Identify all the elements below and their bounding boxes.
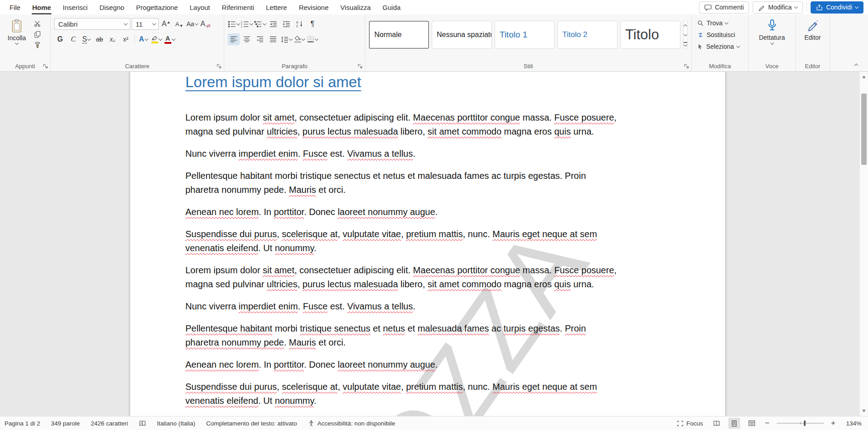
styles-dialog-launcher[interactable] bbox=[683, 63, 689, 69]
tab-revisione[interactable]: Revisione bbox=[293, 0, 335, 14]
text-run: . bbox=[560, 323, 565, 333]
editing-mode-button[interactable]: Modifica bbox=[753, 1, 803, 14]
document-title[interactable]: Lorem ispum dolor si amet bbox=[185, 74, 672, 91]
sort-button[interactable]: AZ bbox=[293, 18, 305, 30]
tab-lettere[interactable]: Lettere bbox=[260, 0, 293, 14]
shading-button[interactable] bbox=[293, 33, 305, 45]
style-titolo-1[interactable]: Titolo 1 bbox=[495, 21, 555, 49]
align-left-button[interactable] bbox=[228, 33, 240, 45]
tab-inserisci[interactable]: Inserisci bbox=[57, 0, 94, 14]
word-count[interactable]: 349 parole bbox=[51, 420, 80, 427]
accessibility-indicator[interactable]: Accessibilità: non disponibile bbox=[308, 420, 395, 427]
paragraph[interactable]: Nunc viverra imperdiet enim. Fusce est. … bbox=[185, 147, 672, 161]
character-count[interactable]: 2426 caratteri bbox=[91, 420, 128, 427]
clear-formatting-button[interactable]: A bbox=[199, 18, 211, 30]
text-completion-indicator[interactable]: Completamento del testo: attivato bbox=[206, 420, 297, 427]
text-run: et orci. bbox=[316, 337, 346, 347]
style-titolo[interactable]: Titolo bbox=[620, 21, 680, 49]
proofing-status-button[interactable] bbox=[139, 420, 146, 427]
font-name-combo[interactable]: Calibri bbox=[54, 18, 130, 30]
focus-button[interactable]: Focus bbox=[677, 420, 703, 427]
multilevel-list-button[interactable] bbox=[254, 18, 266, 30]
zoom-in-button[interactable]: + bbox=[830, 419, 837, 428]
scrollbar-thumb[interactable] bbox=[861, 93, 867, 165]
language-indicator[interactable]: Italiano (Italia) bbox=[157, 420, 195, 427]
web-layout-button[interactable] bbox=[746, 418, 758, 429]
editor-button[interactable]: Editor bbox=[799, 18, 826, 41]
tab-visualizza[interactable]: Visualizza bbox=[335, 0, 377, 14]
dictate-button[interactable]: Dettatura bbox=[752, 18, 792, 44]
paragraph[interactable]: Pellentesque habitant morbi tristique se… bbox=[185, 169, 672, 197]
share-button[interactable]: Condividi bbox=[811, 1, 863, 14]
font-size-combo[interactable]: 11 bbox=[132, 18, 159, 30]
paragraph[interactable]: Nunc viverra imperdiet enim. Fusce est. … bbox=[185, 299, 672, 313]
print-layout-button[interactable] bbox=[728, 418, 740, 429]
style-nessuna-spaziatura[interactable]: Nessuna spaziatura bbox=[432, 21, 492, 49]
find-button[interactable]: Trova bbox=[695, 17, 730, 29]
style-gallery-up-button[interactable] bbox=[684, 21, 687, 30]
decrease-indent-button[interactable] bbox=[267, 18, 279, 30]
align-center-button[interactable] bbox=[241, 33, 253, 45]
paragraph[interactable]: Suspendisse dui purus, scelerisque at, v… bbox=[185, 380, 672, 408]
style-gallery-down-button[interactable] bbox=[684, 30, 687, 39]
borders-button[interactable] bbox=[307, 33, 318, 45]
underline-button[interactable]: S bbox=[80, 33, 92, 45]
tab-progettazione[interactable]: Progettazione bbox=[130, 0, 184, 14]
format-painter-button[interactable] bbox=[32, 41, 42, 50]
superscript-button[interactable]: x² bbox=[120, 33, 132, 45]
tab-disegno[interactable]: Disegno bbox=[94, 0, 130, 14]
replace-button[interactable]: Sostituisci bbox=[695, 29, 737, 41]
paragraph[interactable]: Pellentesque habitant morbi tristique se… bbox=[185, 322, 672, 350]
change-case-button[interactable]: Aa bbox=[186, 18, 198, 30]
clipboard-dialog-launcher[interactable] bbox=[42, 63, 48, 69]
zoom-level[interactable]: 134% bbox=[843, 420, 862, 427]
paste-button[interactable]: Incolla bbox=[4, 18, 30, 61]
read-mode-button[interactable] bbox=[711, 418, 722, 429]
zoom-slider-thumb[interactable] bbox=[804, 421, 806, 426]
select-button[interactable]: Seleziona bbox=[695, 41, 741, 52]
show-formatting-marks-button[interactable]: ¶ bbox=[307, 18, 318, 30]
vertical-scrollbar[interactable] bbox=[859, 72, 868, 416]
tab-layout[interactable]: Layout bbox=[184, 0, 216, 14]
scroll-down-button[interactable] bbox=[860, 407, 868, 415]
style-normale[interactable]: Normale bbox=[369, 21, 429, 49]
numbering-button[interactable]: 123 bbox=[241, 18, 253, 30]
highlight-color-button[interactable] bbox=[151, 33, 162, 45]
page-indicator[interactable]: Pagina 1 di 2 bbox=[5, 420, 40, 427]
document-page[interactable]: BOZZA Lorem ispum dolor si amet Lorem ip… bbox=[130, 72, 725, 416]
italic-button[interactable]: C bbox=[67, 33, 79, 45]
font-color-button[interactable]: A bbox=[164, 33, 175, 45]
style-gallery-more-button[interactable] bbox=[684, 39, 687, 48]
style-titolo-2[interactable]: Titolo 2 bbox=[557, 21, 618, 49]
subscript-button[interactable]: x₂ bbox=[107, 33, 118, 45]
strikethrough-button[interactable]: ab bbox=[94, 33, 105, 45]
comments-button[interactable]: Commenti bbox=[699, 1, 749, 14]
paragraph[interactable]: Aenean nec lorem. In porttitor. Donec la… bbox=[185, 205, 672, 219]
text-effects-button[interactable]: A bbox=[137, 33, 149, 45]
collapse-ribbon-button[interactable] bbox=[851, 61, 862, 69]
paragraph-dialog-launcher[interactable] bbox=[357, 63, 363, 69]
paragraph[interactable]: Lorem ipsum dolor sit amet, consectetuer… bbox=[185, 263, 672, 291]
increase-indent-button[interactable] bbox=[280, 18, 292, 30]
copy-button[interactable] bbox=[32, 30, 42, 39]
tab-guida[interactable]: Guida bbox=[377, 0, 406, 14]
align-right-button[interactable] bbox=[254, 33, 266, 45]
grow-font-button[interactable]: A bbox=[160, 18, 172, 30]
font-dialog-launcher[interactable] bbox=[216, 63, 222, 69]
justify-button[interactable] bbox=[267, 33, 279, 45]
bold-button[interactable]: G bbox=[54, 33, 66, 45]
paragraph[interactable]: Lorem ipsum dolor sit amet, consectetuer… bbox=[185, 111, 672, 139]
paragraph[interactable]: Suspendisse dui purus, scelerisque at, v… bbox=[185, 227, 672, 255]
chevron-down-icon bbox=[15, 41, 19, 45]
tab-home[interactable]: Home bbox=[26, 0, 57, 14]
bullets-button[interactable] bbox=[228, 18, 240, 30]
zoom-slider[interactable] bbox=[777, 423, 824, 424]
zoom-out-button[interactable]: − bbox=[764, 419, 771, 428]
tab-riferimenti[interactable]: Riferimenti bbox=[216, 0, 260, 14]
scroll-up-button[interactable] bbox=[860, 73, 868, 80]
line-spacing-button[interactable] bbox=[280, 33, 292, 45]
cut-button[interactable] bbox=[32, 19, 42, 28]
paragraph[interactable]: Aenean nec lorem. In porttitor. Donec la… bbox=[185, 358, 672, 372]
tab-file[interactable]: File bbox=[4, 0, 26, 14]
shrink-font-button[interactable]: A bbox=[173, 18, 185, 30]
